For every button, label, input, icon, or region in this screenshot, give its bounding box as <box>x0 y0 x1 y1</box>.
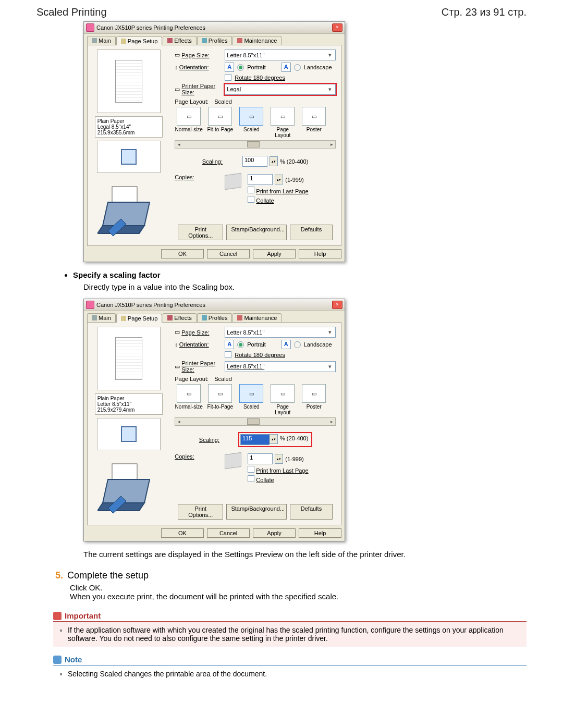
layout-poster[interactable]: ▭Poster <box>300 107 328 138</box>
preview-dimensions: Letter 8.5"x11" 215.9x279.4mm <box>97 401 160 413</box>
bullet-title: Specify a scaling factor <box>73 270 161 279</box>
printing-preferences-dialog-b: Canon JX510P series Printing Preferences… <box>83 299 345 541</box>
portrait-radio[interactable] <box>237 64 244 71</box>
tab-main[interactable]: Main <box>87 313 116 322</box>
collate-label: Collate <box>256 477 274 483</box>
page-size-combo[interactable]: Letter 8.5"x11"▾ <box>225 327 336 338</box>
layout-pagelayout-label: Page Layout <box>275 127 290 138</box>
printer-paper-size-combo[interactable]: Legal▾ <box>225 84 336 95</box>
layout-pagelayout[interactable]: ▭Page Layout <box>268 107 297 138</box>
settings-preview-page <box>97 50 161 113</box>
copies-input[interactable]: 1 <box>248 174 273 185</box>
tab-maintenance[interactable]: Maintenance <box>232 313 282 322</box>
layout-normal[interactable]: ▭Normal-size <box>175 107 203 138</box>
layout-fit[interactable]: ▭Fit-to-Page <box>206 384 234 415</box>
page-size-combo[interactable]: Letter 8.5"x11"▾ <box>225 50 336 60</box>
tab-page-setup-label: Page Setup <box>128 315 158 322</box>
step-line1: Click OK. <box>70 583 527 592</box>
layout-scaled[interactable]: ▭Scaled <box>237 384 265 415</box>
page-size-label: Page Size: <box>181 52 209 58</box>
cancel-button[interactable]: Cancel <box>207 528 250 538</box>
print-options-button[interactable]: Print Options... <box>178 504 223 520</box>
close-icon[interactable]: × <box>332 23 342 32</box>
preview-dimensions: Legal 8.5"x14" 215.9x355.6mm <box>97 124 160 135</box>
print-last-checkbox[interactable] <box>248 187 254 193</box>
tab-effects[interactable]: Effects <box>163 313 196 322</box>
page-layout-value: Scaled <box>214 376 232 382</box>
bullet-specify-scaling: Specify a scaling factor <box>73 270 527 279</box>
scaling-stepper[interactable]: ▴▾ <box>270 434 278 444</box>
layout-scrollbar[interactable]: ◂▸ <box>175 417 336 426</box>
tab-page-setup[interactable]: Page Setup <box>116 36 163 45</box>
svg-rect-6 <box>112 464 137 479</box>
layout-scaled[interactable]: ▭Scaled <box>237 107 265 138</box>
layout-scrollbar[interactable]: ◂▸ <box>175 140 336 149</box>
printing-preferences-dialog-a: Canon JX510P series Printing Preferences… <box>83 21 345 262</box>
rotate-checkbox[interactable] <box>225 74 231 81</box>
apply-button[interactable]: Apply <box>253 528 296 538</box>
printer-paper-size-value: Legal <box>227 86 241 92</box>
tab-profiles[interactable]: Profiles <box>197 36 232 45</box>
layout-fit[interactable]: ▭Fit-to-Page <box>206 107 234 138</box>
printer-icon <box>97 181 160 239</box>
tab-page-setup-label: Page Setup <box>128 38 158 44</box>
landscape-icon: A <box>282 63 291 72</box>
tab-main[interactable]: Main <box>87 36 116 45</box>
scroll-left-icon[interactable]: ◂ <box>175 142 182 147</box>
ok-button[interactable]: OK <box>161 249 204 258</box>
landscape-radio[interactable] <box>294 341 301 348</box>
stamp-background-button[interactable]: Stamp/Background... <box>226 225 287 240</box>
printer-app-icon <box>86 301 94 309</box>
settings-preview-printer <box>92 453 165 516</box>
bullet-text: Directly type in a value into the Scalin… <box>83 282 527 291</box>
scaling-input[interactable]: 100 <box>242 156 267 167</box>
landscape-radio[interactable] <box>294 64 301 71</box>
portrait-radio[interactable] <box>237 341 244 348</box>
rotate-checkbox[interactable] <box>225 351 231 358</box>
copies-label: Copies: <box>175 174 194 180</box>
svg-marker-7 <box>103 479 150 503</box>
help-button[interactable]: Help <box>299 528 341 538</box>
defaults-button[interactable]: Defaults <box>290 225 333 240</box>
ok-button[interactable]: OK <box>161 528 204 538</box>
printer-paper-size-combo[interactable]: Letter 8.5"x11"▾ <box>225 361 336 372</box>
dialog-titlebar: Canon JX510P series Printing Preferences… <box>84 299 345 311</box>
print-last-checkbox[interactable] <box>248 466 254 473</box>
scroll-thumb[interactable] <box>247 141 260 147</box>
print-options-button[interactable]: Print Options... <box>178 225 223 240</box>
copies-hint: (1-999) <box>285 456 303 462</box>
portrait-icon: A <box>225 63 234 72</box>
landscape-label: Landscape <box>304 64 332 70</box>
layout-poster[interactable]: ▭Poster <box>300 384 328 415</box>
tab-effects-icon <box>167 38 173 43</box>
tab-maintenance[interactable]: Maintenance <box>232 36 282 45</box>
orientation-label: Orientation: <box>179 341 209 348</box>
rotate-label: Rotate 180 degrees <box>235 75 285 81</box>
scroll-right-icon[interactable]: ▸ <box>328 142 335 147</box>
copies-stepper[interactable]: ▴▾ <box>275 454 283 464</box>
scaling-input[interactable]: 115 <box>240 434 270 445</box>
collate-checkbox[interactable] <box>248 475 254 482</box>
note-text: Selecting Scaled changes the printable a… <box>68 670 267 678</box>
collate-checkbox[interactable] <box>248 196 254 203</box>
apply-button[interactable]: Apply <box>253 249 296 258</box>
stamp-background-button[interactable]: Stamp/Background... <box>226 504 287 520</box>
help-button[interactable]: Help <box>299 249 341 258</box>
svg-rect-1 <box>112 187 137 202</box>
close-icon[interactable]: × <box>332 301 342 309</box>
settings-preview-scaled-icon <box>97 141 161 173</box>
printer-app-icon <box>86 23 94 32</box>
rotate-label: Rotate 180 degrees <box>235 352 285 358</box>
layout-pagelayout[interactable]: ▭Page Layout <box>268 384 297 415</box>
tab-effects[interactable]: Effects <box>163 36 196 45</box>
page-size-label: Page Size: <box>181 329 209 336</box>
tab-page-setup[interactable]: Page Setup <box>116 314 163 323</box>
copies-stepper[interactable]: ▴▾ <box>275 175 283 184</box>
defaults-button[interactable]: Defaults <box>290 504 333 520</box>
scaling-stepper[interactable]: ▴▾ <box>270 156 278 166</box>
tab-profiles[interactable]: Profiles <box>197 313 232 322</box>
layout-normal[interactable]: ▭Normal-size <box>175 384 203 415</box>
cancel-button[interactable]: Cancel <box>207 249 250 258</box>
copies-input[interactable]: 1 <box>248 453 273 464</box>
tab-maintenance-label: Maintenance <box>244 315 277 321</box>
